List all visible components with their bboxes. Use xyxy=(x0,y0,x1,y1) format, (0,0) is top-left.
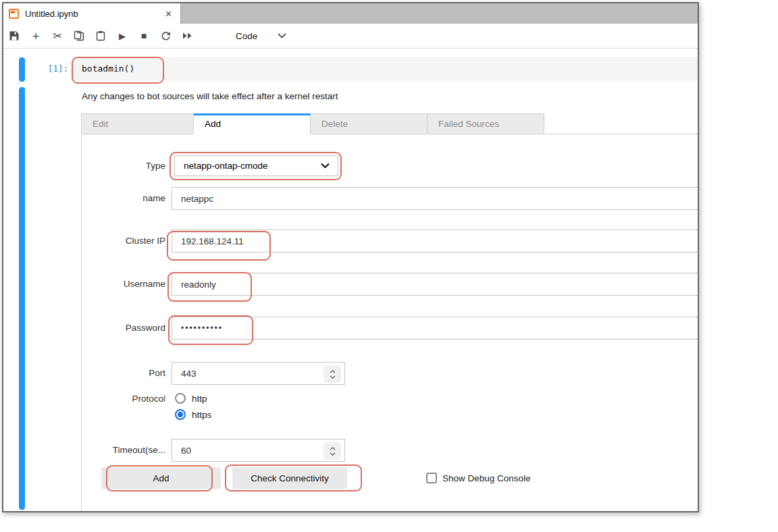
chevron-down-icon xyxy=(321,163,330,169)
tab-failed-sources[interactable]: Failed Sources xyxy=(427,113,544,134)
tab-add[interactable]: Add xyxy=(194,113,311,134)
cell-type-dropdown[interactable]: Code xyxy=(236,31,286,41)
add-cell-icon: + xyxy=(32,30,39,43)
bot-admin-widget: Edit Add Delete Failed Sources Type neta… xyxy=(81,113,698,511)
cell-type-value: Code xyxy=(236,31,257,41)
code-text: botadmin() xyxy=(82,58,699,80)
type-select[interactable]: netapp-ontap-cmode xyxy=(174,155,338,176)
chevron-down-icon xyxy=(330,452,336,456)
show-debug-label[interactable]: Show Debug Console xyxy=(442,473,531,483)
check-connectivity-button[interactable]: Check Connectivity xyxy=(232,467,347,489)
output-message: Any changes to bot sources will take eff… xyxy=(82,91,338,101)
tab-delete[interactable]: Delete xyxy=(311,113,427,134)
run-all-icon xyxy=(182,31,192,41)
chevron-down-icon xyxy=(330,375,336,379)
run-icon: ▶ xyxy=(119,32,126,41)
username-label: Username xyxy=(82,279,165,289)
code-cell-editor[interactable]: botadmin() xyxy=(73,57,699,80)
close-tab-icon[interactable]: × xyxy=(165,9,172,20)
type-value: netapp-ontap-cmode xyxy=(184,161,268,171)
port-label: Port xyxy=(82,368,165,378)
protocol-https-label[interactable]: https xyxy=(192,410,211,420)
run-cell-button[interactable]: ▶ xyxy=(111,26,133,45)
stop-icon: ■ xyxy=(141,31,147,41)
cluster-ip-label: Cluster IP xyxy=(82,236,165,246)
port-stepper[interactable] xyxy=(323,365,341,383)
notebook-icon xyxy=(9,9,19,19)
restart-kernel-icon xyxy=(160,30,172,42)
password-input[interactable] xyxy=(172,317,699,340)
document-tab[interactable]: Untitled.ipynb × xyxy=(3,3,181,24)
name-label: name xyxy=(82,193,165,203)
paste-icon xyxy=(95,30,106,41)
port-input-wrap xyxy=(172,362,345,385)
tab-bar-filler xyxy=(544,113,698,134)
restart-kernel-button[interactable] xyxy=(155,26,176,45)
protocol-http-radio[interactable] xyxy=(175,393,186,404)
save-button[interactable] xyxy=(3,26,25,45)
document-title: Untitled.ipynb xyxy=(25,9,78,19)
username-input[interactable] xyxy=(172,273,699,296)
cut-icon: ✂ xyxy=(53,30,62,42)
type-label: Type xyxy=(82,161,165,171)
add-button[interactable]: Add xyxy=(101,467,221,489)
chevron-up-icon xyxy=(330,370,336,373)
password-label: Password xyxy=(82,323,165,333)
chevron-up-icon xyxy=(330,447,336,450)
timeout-stepper[interactable] xyxy=(323,442,341,460)
cut-cells-button[interactable]: ✂ xyxy=(47,26,68,45)
port-input[interactable] xyxy=(172,363,307,384)
show-debug-checkbox[interactable] xyxy=(426,473,437,483)
jupyterlab-window: Untitled.ipynb × + ✂ xyxy=(2,2,699,512)
paste-cells-button[interactable] xyxy=(90,26,111,45)
timeout-label: Timeout(se... xyxy=(82,445,165,455)
restart-run-all-button[interactable] xyxy=(176,26,198,45)
widget-tab-bar: Edit Add Delete Failed Sources xyxy=(82,113,698,134)
copy-cells-button[interactable] xyxy=(68,26,90,45)
name-input[interactable] xyxy=(172,187,699,210)
copy-icon xyxy=(74,30,84,41)
protocol-https-radio[interactable] xyxy=(175,409,186,420)
interrupt-kernel-button[interactable]: ■ xyxy=(133,26,155,45)
add-cell-button[interactable]: + xyxy=(25,26,47,45)
tab-edit[interactable]: Edit xyxy=(82,113,194,134)
protocol-http-label[interactable]: http xyxy=(192,394,207,404)
protocol-label: Protocol xyxy=(82,394,165,404)
execution-prompt: [1]: xyxy=(22,57,68,80)
save-icon xyxy=(9,30,20,41)
timeout-input-wrap xyxy=(172,439,345,462)
output-collapser[interactable] xyxy=(19,87,25,510)
cluster-ip-input[interactable] xyxy=(172,230,699,252)
notebook-toolbar: + ✂ ▶ ■ xyxy=(3,24,698,49)
chevron-down-icon xyxy=(278,33,286,38)
timeout-input[interactable] xyxy=(172,440,307,461)
